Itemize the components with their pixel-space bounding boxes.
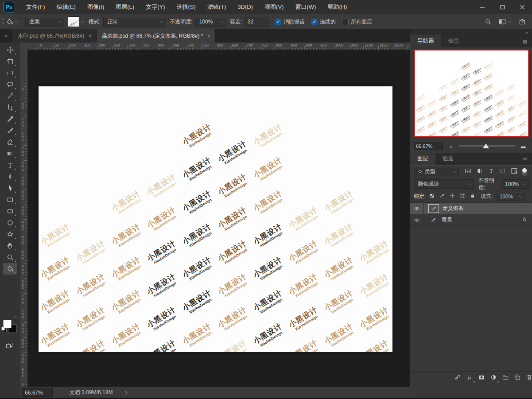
menu-item-4[interactable]: 文字(Y) [140,0,171,14]
tool-rectangle-shape[interactable] [3,194,17,205]
tool-brush[interactable] [3,125,17,136]
share-icon[interactable] [519,18,526,25]
panel-menu-icon[interactable] [522,156,528,163]
tab-layers[interactable]: 图层 [410,152,435,165]
tool-gradient[interactable] [3,148,17,159]
tab-shuiyin-psd[interactable]: 水印.psd @ 66.7%(RGB/8#) × [12,29,97,43]
zoom-in-mountain-icon[interactable] [520,143,527,150]
layer-opacity-select[interactable]: 100% [501,179,529,189]
tab-navigator[interactable]: 导航器 [410,35,441,47]
layer-visibility-toggle[interactable] [410,203,424,214]
checkbox-box[interactable]: ✓ [275,19,281,25]
status-zoom-field[interactable]: 66.67% [22,388,53,397]
fill-select[interactable]: 100% [496,192,525,201]
layer-visibility-toggle[interactable] [410,214,424,225]
layer-thumbnail[interactable] [428,204,439,213]
menu-item-8[interactable]: 视图(V) [259,0,289,14]
checkbox-box[interactable] [342,19,349,25]
new-layer-button[interactable] [514,374,520,382]
lock-paint-button[interactable] [439,193,445,200]
layer-filter-toggle[interactable] [522,168,527,176]
adjustment-layer-button[interactable]: ▾ [490,374,497,382]
dock-collapse-button[interactable]: » [525,30,528,35]
restore-button[interactable] [492,0,512,14]
lock-move-button[interactable] [450,193,455,200]
navigator-zoom-slider[interactable] [459,145,516,147]
layer-mask-button[interactable] [478,374,485,382]
chevron-down-icon[interactable] [14,19,19,24]
search-icon[interactable] [485,18,492,25]
layer-thumbnail[interactable] [428,216,438,224]
navigator-preview[interactable]: 小黑设计XiaoheiDesign小黑设计XiaoheiDesign小黑设计Xi… [414,50,529,137]
image-filter-button[interactable] [465,168,471,175]
link-layers-button[interactable] [454,374,461,382]
slider-thumb[interactable] [483,143,489,148]
lock-transparent-button[interactable] [429,193,435,200]
pattern-picker[interactable]: 小黑设计 小黑设计 [68,16,85,27]
canvas[interactable]: 小黑设计XiaoheiDesign小黑设计XiaoheiDesign小黑设计Xi… [39,86,392,352]
navigator-zoom-field[interactable]: 66.67% [414,142,443,150]
tool-zoom-tool[interactable] [3,252,17,263]
checkbox-box[interactable]: ✓ [311,19,318,25]
tab-info[interactable]: 信息 [441,35,466,47]
opacity-select[interactable]: 100% [195,17,226,27]
tool-lasso[interactable] [3,79,17,90]
toolbar-collapse-button[interactable]: » [0,29,12,43]
tool-custom-shape[interactable] [3,229,17,240]
type-filter-button[interactable] [488,168,494,175]
blend-mode-select[interactable]: 颜色减淡 [414,179,474,189]
tool-direct-select[interactable] [3,182,17,194]
adjustment-filter-button[interactable] [477,168,483,175]
filter-type-select[interactable]: 类型 [414,167,459,176]
delete-layer-button[interactable] [526,374,532,382]
menu-item-9[interactable]: 窗口(W) [289,0,322,14]
checkbox-0[interactable]: ✓消除锯齿 [275,18,305,26]
workspace-icon[interactable] [499,18,506,25]
minimize-button[interactable] [472,0,492,14]
tab-close-icon[interactable]: × [208,33,211,39]
layer-row-0[interactable]: 定义图案 [410,203,532,214]
zoom-out-mountain-icon[interactable] [449,143,454,149]
tab-close-icon[interactable]: × [89,33,92,39]
layer-name[interactable]: 背景 [442,216,452,224]
tool-hand[interactable] [3,240,17,252]
tool-pen[interactable] [3,171,17,182]
tool-type[interactable] [3,159,17,171]
swap-colors-icon[interactable] [14,316,18,320]
menu-item-5[interactable]: 选择(S) [171,0,201,14]
tolerance-input[interactable]: 32 [245,17,269,27]
tool-frame[interactable] [3,56,17,67]
shape-filter-button[interactable] [500,168,506,175]
tool-rounded-rectangle-shape[interactable] [3,205,17,217]
tool-ellipse-shape[interactable] [3,217,17,229]
lock-all-button[interactable] [470,193,475,200]
chevron-right-icon[interactable] [123,390,128,395]
screen-mode-icon[interactable] [6,342,13,349]
tool-eyedropper[interactable] [3,113,17,125]
menu-item-0[interactable]: 文件(F) [20,0,51,14]
tab-channels[interactable]: 通道 [435,152,461,165]
menu-item-6[interactable]: 滤镜(T) [202,0,232,14]
layer-group-button[interactable] [502,374,509,382]
menu-item-1[interactable]: 编辑(E) [51,0,82,14]
mode-select[interactable]: 正常 [103,17,166,27]
tool-crop[interactable] [3,102,17,113]
foreground-color-swatch[interactable] [3,320,12,328]
tool-eraser[interactable] [3,136,17,148]
layer-name[interactable]: 定义图案 [443,205,464,212]
lock-artboard-button[interactable] [460,193,465,200]
menu-item-7[interactable]: 3D(D) [232,0,259,14]
tool-paint-bucket[interactable] [3,263,17,275]
close-button[interactable] [512,0,532,14]
tool-marquee[interactable] [3,67,17,79]
checkbox-2[interactable]: 所有图层 [342,18,372,26]
tool-move[interactable] [3,44,17,56]
checkbox-1[interactable]: ✓连续的 [311,18,336,26]
smart-object-filter-button[interactable] [511,168,517,175]
layer-row-1[interactable]: 背景 [410,214,532,226]
layer-effects-button[interactable]: fx▾ [466,374,473,382]
tool-magic-wand[interactable] [3,90,17,102]
tab-gaoyuanyuan-psd[interactable]: 高圆圆.psd @ 66.7% (定义图案, RGB/8#) * × [97,29,215,43]
menu-item-3[interactable]: 图层(L) [110,0,140,14]
panel-menu-icon[interactable] [522,39,528,45]
